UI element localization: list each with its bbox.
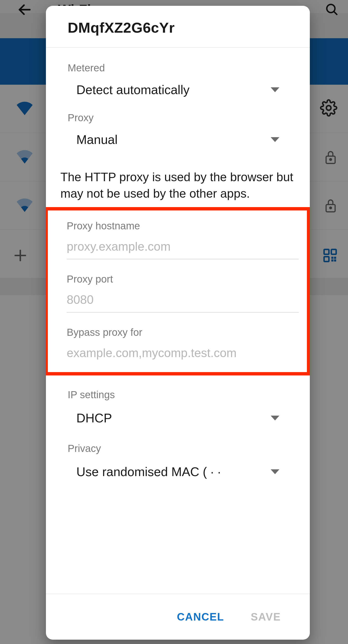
dialog-header: DMqfXZ2G6cYr: [46, 6, 310, 48]
proxy-info-text: The HTTP proxy is used by the browser bu…: [46, 157, 310, 207]
dialog-body[interactable]: Metered Detect automatically Proxy Manua…: [46, 48, 310, 594]
proxy-label: Proxy: [46, 107, 310, 128]
proxy-port-field: Proxy port: [67, 266, 294, 312]
privacy-section: Privacy Use randomised MAC ( · ·: [46, 436, 310, 489]
privacy-value: Use randomised MAC ( · ·: [76, 464, 221, 479]
chevron-down-icon: [271, 469, 279, 474]
proxy-hostname-label: Proxy hostname: [67, 213, 294, 235]
privacy-label: Privacy: [68, 443, 288, 454]
proxy-bypass-input[interactable]: [67, 342, 299, 365]
metered-label: Metered: [46, 57, 310, 78]
ip-settings-section: IP settings DHCP: [46, 376, 310, 436]
ip-settings-value: DHCP: [76, 411, 112, 425]
proxy-hostname-input[interactable]: [67, 235, 299, 259]
privacy-dropdown[interactable]: Use randomised MAC ( · ·: [68, 459, 288, 489]
dialog-footer: CANCEL SAVE: [46, 594, 310, 640]
proxy-dropdown[interactable]: Manual: [46, 128, 310, 157]
chevron-down-icon: [271, 87, 279, 92]
proxy-hostname-field: Proxy hostname: [67, 213, 294, 259]
chevron-down-icon: [271, 416, 279, 420]
ip-settings-label: IP settings: [68, 389, 288, 401]
ip-settings-dropdown[interactable]: DHCP: [68, 405, 288, 436]
proxy-bypass-field: Bypass proxy for: [67, 319, 294, 365]
metered-dropdown[interactable]: Detect automatically: [46, 78, 310, 107]
dialog-title: DMqfXZ2G6cYr: [68, 19, 288, 36]
proxy-port-label: Proxy port: [67, 266, 294, 288]
proxy-bypass-label: Bypass proxy for: [67, 319, 294, 342]
cancel-button[interactable]: CANCEL: [177, 611, 224, 623]
proxy-port-input[interactable]: [67, 288, 299, 312]
network-config-dialog: DMqfXZ2G6cYr Metered Detect automaticall…: [46, 6, 310, 640]
metered-value: Detect automatically: [76, 82, 189, 97]
save-button[interactable]: SAVE: [251, 611, 281, 623]
proxy-fields-highlight: Proxy hostname Proxy port Bypass proxy f…: [46, 207, 310, 376]
proxy-value: Manual: [76, 132, 118, 147]
chevron-down-icon: [271, 137, 279, 142]
